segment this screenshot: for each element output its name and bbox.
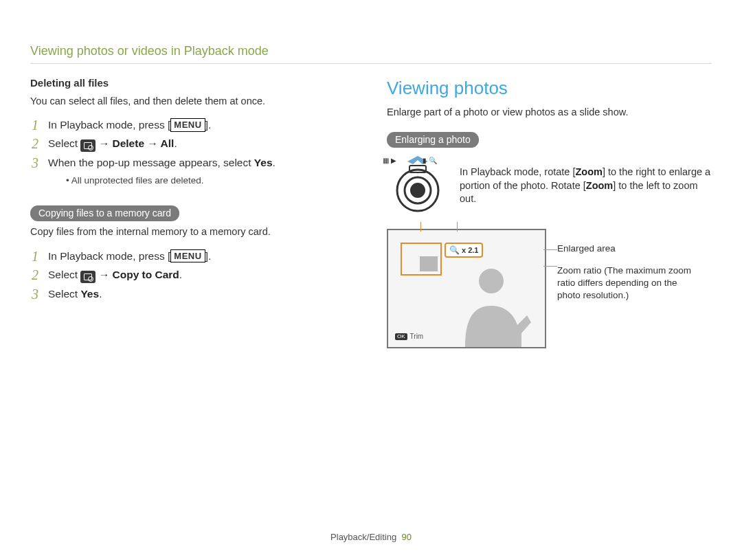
note: All unprotected files are deleted.	[66, 175, 355, 187]
ok-icon: OK	[395, 333, 407, 341]
left-column: Deleting all files You can select all fi…	[30, 76, 355, 348]
delete-heading: Deleting all files	[30, 76, 355, 90]
enlarge-pill: Enlarging a photo	[387, 132, 479, 148]
text: .	[179, 269, 182, 280]
step: Select Yes.	[30, 285, 355, 304]
viewing-intro: Enlarge part of a photo or view photos a…	[387, 106, 712, 120]
zoom-ratio-badge: 🔍x 2.1	[445, 243, 483, 258]
page-number: 90	[401, 532, 411, 542]
right-column: Viewing photos Enlarge part of a photo o…	[387, 76, 712, 348]
delete-steps: In Playback mode, press [MENU]. Select →…	[30, 116, 355, 189]
copy-steps: In Playback mode, press [MENU]. Select →…	[30, 247, 355, 304]
text: Select	[48, 137, 80, 149]
text-bold: Yes	[254, 157, 273, 168]
callout-marker	[420, 222, 421, 232]
text: In Playback mode, rotate [	[460, 166, 575, 177]
text-bold: Zoom	[575, 166, 602, 177]
text: When the pop-up message appears, select	[48, 157, 254, 168]
zoom-badge-text: x 2.1	[462, 245, 478, 256]
callout-labels: Enlarged area Zoom ratio (The maximum zo…	[557, 229, 695, 311]
text: Select	[48, 269, 80, 280]
section-title: Viewing photos or videos in Playback mod…	[30, 43, 712, 59]
battery-icon: ▮	[423, 156, 427, 166]
magnifier-icon: 🔍	[429, 156, 437, 166]
menu-button-glyph: MENU	[170, 118, 205, 132]
menu-button-glyph: MENU	[170, 249, 205, 263]
divider	[30, 63, 712, 64]
lcd-screen-illustration: 🔍x 2.1 OKTrim	[387, 229, 546, 348]
viewing-photos-title: Viewing photos	[387, 76, 712, 100]
text: ].	[205, 250, 212, 262]
svg-point-2	[410, 183, 425, 198]
zoom-instruction: In Playback mode, rotate [Zoom] to the r…	[460, 166, 712, 206]
text-bold: Zoom	[586, 180, 613, 191]
copy-pill: Copying files to a memory card	[30, 205, 179, 221]
leader-line	[543, 249, 557, 251]
step: Select → Copy to Card.	[30, 266, 355, 285]
text: .	[99, 288, 102, 300]
thumb-icon: ▦	[383, 156, 389, 166]
zoom-ratio-label: Zoom ratio (The maximum zoom ratio diffe…	[557, 265, 695, 302]
settings-folder-icon	[80, 139, 95, 152]
chapter-label: Playback/Editing	[330, 532, 396, 542]
step: When the pop-up message appears, select …	[30, 154, 355, 189]
text-bold: → Copy to Card	[95, 269, 179, 280]
text: In Playback mode, press [	[48, 250, 170, 262]
enlarged-area-frame	[401, 243, 442, 276]
leader-line	[543, 266, 557, 267]
text-bold: → Delete → All	[95, 137, 174, 149]
copy-intro: Copy files from the internal memory to a…	[30, 225, 355, 239]
delete-intro: You can select all files, and then delet…	[30, 95, 355, 109]
settings-folder-icon	[80, 271, 95, 283]
step: In Playback mode, press [MENU].	[30, 116, 355, 135]
magnifier-icon: 🔍	[449, 245, 460, 256]
text-bold: Yes	[80, 288, 99, 300]
play-icon: ▶	[391, 156, 396, 166]
text: ].	[205, 119, 212, 131]
person-silhouette-icon	[446, 256, 537, 347]
step: In Playback mode, press [MENU].	[30, 247, 355, 266]
page-footer: Playback/Editing 90	[0, 531, 742, 544]
text: .	[273, 157, 276, 168]
step: Select → Delete → All.	[30, 135, 355, 154]
enlarged-area-label: Enlarged area	[557, 243, 695, 255]
callout-marker	[457, 222, 458, 232]
trim-label: Trim	[410, 332, 424, 341]
trim-indicator: OKTrim	[395, 332, 423, 341]
zoom-wheel-illustration: ▦▶ ▮🔍	[387, 156, 449, 216]
text: Select	[48, 288, 80, 300]
text: In Playback mode, press [	[48, 119, 170, 131]
text: .	[174, 137, 177, 149]
